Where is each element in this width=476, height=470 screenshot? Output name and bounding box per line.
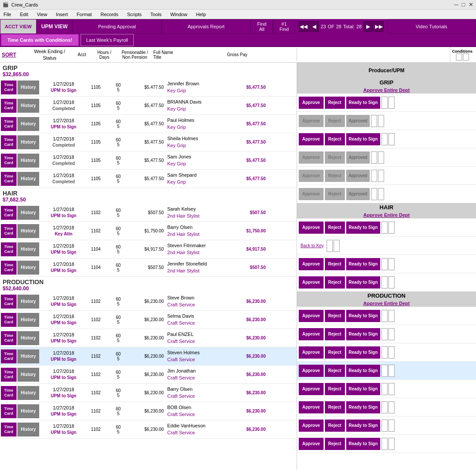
menu-tools[interactable]: Tools <box>149 11 163 18</box>
video-tutorials-button[interactable]: Video Tutorials <box>387 19 476 34</box>
payroll-checkbox[interactable] <box>371 151 377 164</box>
payroll-checkbox[interactable] <box>371 115 377 127</box>
key-checkbox[interactable] <box>388 438 395 450</box>
payroll-checkbox[interactable] <box>327 240 333 252</box>
reject-button[interactable]: Reject <box>325 438 345 450</box>
time-card-button[interactable]: TimeCard <box>1 423 17 436</box>
payroll-checkbox[interactable] <box>381 276 388 289</box>
ready-to-sign-button[interactable]: Ready to Sign <box>346 346 381 359</box>
time-card-button[interactable]: TimeCard <box>1 242 17 256</box>
key-checkbox[interactable] <box>388 346 395 359</box>
reject-button[interactable]: Reject <box>325 328 345 340</box>
time-card-button[interactable]: TimeCard <box>1 313 17 327</box>
approve-button[interactable]: Approve <box>299 365 324 377</box>
hair-approve-entire[interactable]: Approve Entire Dept <box>297 212 476 218</box>
key-checkbox[interactable] <box>388 383 395 395</box>
menu-records[interactable]: Records <box>99 11 120 18</box>
time-card-button[interactable]: TimeCard <box>1 154 17 168</box>
ready-to-sign-button[interactable]: Ready to Sign <box>346 438 381 450</box>
reject-button[interactable]: Reject <box>325 383 345 395</box>
key-checkbox[interactable] <box>388 365 395 377</box>
key-checkbox[interactable] <box>388 222 395 234</box>
maximize-button[interactable]: □ <box>462 1 465 8</box>
key-checkbox[interactable] <box>388 310 395 322</box>
ready-to-sign-button[interactable]: Ready to Sign <box>346 133 381 145</box>
payroll-checkbox[interactable] <box>371 188 377 200</box>
reject-button[interactable]: Reject <box>325 420 345 432</box>
history-button[interactable]: History <box>17 368 39 382</box>
key-checkbox[interactable] <box>378 188 384 200</box>
time-card-button[interactable]: TimeCard <box>1 349 17 363</box>
close-button[interactable]: ✕ <box>469 1 473 8</box>
approve-button[interactable]: Approve <box>299 401 324 413</box>
approvals-report-button[interactable]: Approvals Report <box>162 19 250 34</box>
history-button[interactable]: History <box>17 242 39 256</box>
time-card-button[interactable]: TimeCard <box>1 117 17 131</box>
menu-file[interactable]: File <box>2 11 13 18</box>
nav-last-button[interactable]: ▶▶ <box>374 21 384 32</box>
menu-insert[interactable]: Insert <box>54 11 70 18</box>
history-button[interactable]: History <box>17 295 39 309</box>
reject-button[interactable]: Reject <box>325 310 345 322</box>
key-checkbox[interactable] <box>378 115 384 127</box>
reject-button[interactable]: Reject <box>325 346 345 359</box>
time-card-button[interactable]: TimeCard <box>1 261 17 275</box>
approve-button[interactable]: Approve <box>299 383 324 395</box>
time-card-button[interactable]: TimeCard <box>1 331 17 345</box>
approve-button[interactable]: Approve <box>299 258 324 270</box>
menu-format[interactable]: Format <box>75 11 94 18</box>
approve-button[interactable]: Approve <box>299 97 324 109</box>
reject-button[interactable]: Reject <box>325 97 345 109</box>
key-checkbox[interactable] <box>388 97 395 109</box>
payroll-checkbox[interactable] <box>381 222 388 234</box>
menu-view[interactable]: View <box>35 11 49 18</box>
payroll-checkbox[interactable] <box>371 170 377 182</box>
approve-button[interactable]: Approve <box>299 328 324 340</box>
history-button[interactable]: History <box>17 349 39 363</box>
sort-button[interactable]: SORT <box>2 52 28 58</box>
reject-button[interactable]: Reject <box>325 222 345 234</box>
history-button[interactable]: History <box>17 154 39 168</box>
payroll-checkbox[interactable] <box>381 346 388 359</box>
reject-button[interactable]: Reject <box>325 258 345 270</box>
time-card-button[interactable]: TimeCard <box>1 295 17 309</box>
approve-button[interactable]: Approve <box>299 222 324 234</box>
approve-button[interactable]: Approve <box>299 133 324 145</box>
reject-button[interactable]: Reject <box>325 276 345 289</box>
key-checkbox[interactable] <box>334 240 340 252</box>
nav-prev-button[interactable]: ◀ <box>309 21 319 32</box>
ready-to-sign-button[interactable]: Ready to Sign <box>346 401 381 413</box>
reject-button[interactable]: Reject <box>325 365 345 377</box>
approve-button[interactable]: Approve <box>299 276 324 289</box>
history-button[interactable]: History <box>17 423 39 436</box>
ready-to-sign-button[interactable]: Ready to Sign <box>346 276 381 289</box>
time-card-button[interactable]: TimeCard <box>1 206 17 220</box>
payroll-checkbox[interactable] <box>381 328 388 340</box>
payroll-checkbox[interactable] <box>381 310 388 322</box>
time-card-button[interactable]: TimeCard <box>1 368 17 382</box>
reject-button[interactable]: Reject <box>325 401 345 413</box>
approve-button[interactable]: Approve <box>299 310 324 322</box>
payroll-checkbox[interactable] <box>381 133 388 145</box>
history-button[interactable]: History <box>17 224 39 238</box>
menu-window[interactable]: Window <box>169 11 189 18</box>
payroll-checkbox[interactable] <box>381 365 388 377</box>
reject-button[interactable]: Reject <box>325 133 345 145</box>
approve-button[interactable]: Approve <box>299 346 324 359</box>
history-button[interactable]: History <box>17 206 39 220</box>
back-to-key-button[interactable]: Back to Key <box>299 242 325 250</box>
payroll-checkbox[interactable] <box>381 420 388 432</box>
time-card-button[interactable]: TimeCard <box>1 404 17 418</box>
menu-scripts[interactable]: Scripts <box>125 11 144 18</box>
ready-to-sign-button[interactable]: Ready to Sign <box>346 365 381 377</box>
time-card-button[interactable]: TimeCard <box>1 99 17 113</box>
key-checkbox[interactable] <box>378 151 384 164</box>
payroll-checkbox[interactable] <box>381 401 388 413</box>
ready-to-sign-button[interactable]: Ready to Sign <box>346 328 381 340</box>
key-checkbox[interactable] <box>388 401 395 413</box>
ready-to-sign-button[interactable]: Ready to Sign <box>346 383 381 395</box>
history-button[interactable]: History <box>17 172 39 186</box>
acct-view-button[interactable]: ACCT VIEW <box>0 19 37 34</box>
menu-help[interactable]: Help <box>194 11 208 18</box>
key-checkbox[interactable] <box>388 258 395 270</box>
